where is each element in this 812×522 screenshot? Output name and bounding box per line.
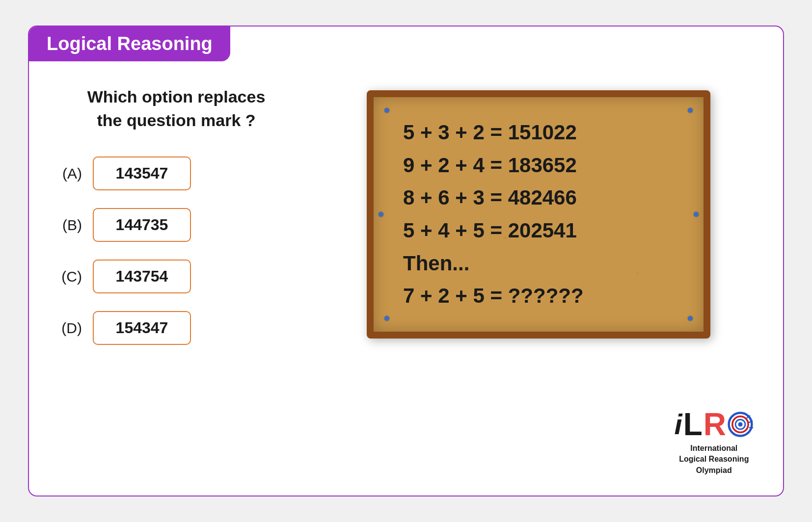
board-line-4: 5 + 4 + 5 = 202541 (403, 217, 674, 245)
option-row-a[interactable]: (A) 143547 (58, 157, 294, 190)
option-row-d[interactable]: (D) 154347 (58, 311, 294, 345)
pin-top-left (384, 108, 389, 113)
board-line-1: 5 + 3 + 2 = 151022 (403, 119, 674, 147)
logo-section: i L R International Logical Reasoni (675, 409, 754, 476)
logo-icon: i L R (675, 409, 754, 440)
option-box-a[interactable]: 143547 (93, 157, 191, 190)
header-badge: Logical Reasoning (29, 26, 230, 61)
board-line-3: 8 + 6 + 3 = 482466 (403, 184, 674, 212)
main-card: Logical Reasoning Which option replaces … (28, 26, 784, 496)
option-label-b: (B) (58, 217, 82, 234)
pin-top-right (688, 108, 693, 113)
board-equations: 5 + 3 + 2 = 151022 9 + 2 + 4 = 183652 8 … (403, 119, 674, 310)
card-body: Which option replaces the question mark … (29, 26, 783, 374)
option-label-a: (A) (58, 165, 82, 182)
svg-point-3 (738, 422, 743, 426)
board-line-6: 7 + 2 + 5 = ?????? (403, 282, 674, 310)
logo-letter-i: i (675, 410, 682, 439)
board-line-2: 9 + 2 + 4 = 183652 (403, 152, 674, 180)
right-section: 5 + 3 + 2 = 151022 9 + 2 + 4 = 183652 8 … (324, 85, 754, 339)
option-label-c: (C) (58, 268, 82, 285)
logo-letter-r: R (704, 409, 726, 440)
pin-bot-left (384, 316, 389, 321)
option-box-c[interactable]: 143754 (93, 260, 191, 293)
logo-org-text: International Logical Reasoning Olympiad (679, 443, 749, 476)
option-box-d[interactable]: 154347 (93, 311, 191, 345)
pin-bot-right (688, 316, 693, 321)
option-label-d: (D) (58, 320, 82, 337)
logo-letter-o (727, 411, 754, 438)
corkboard: 5 + 3 + 2 = 151022 9 + 2 + 4 = 183652 8 … (367, 90, 710, 339)
pin-mid-right (694, 212, 699, 217)
left-section: Which option replaces the question mark … (58, 85, 294, 345)
options-list: (A) 143547 (B) 144735 (C) 143754 (D) 154… (58, 157, 294, 345)
option-box-b[interactable]: 144735 (93, 208, 191, 242)
logo-letter-l: L (683, 409, 703, 440)
board-line-5: Then... (403, 250, 674, 278)
pin-mid-left (379, 212, 383, 217)
svg-line-6 (749, 427, 753, 428)
option-row-c[interactable]: (C) 143754 (58, 260, 294, 293)
option-row-b[interactable]: (B) 144735 (58, 208, 294, 242)
question-text: Which option replaces the question mark … (58, 85, 294, 132)
header-title: Logical Reasoning (47, 33, 213, 54)
